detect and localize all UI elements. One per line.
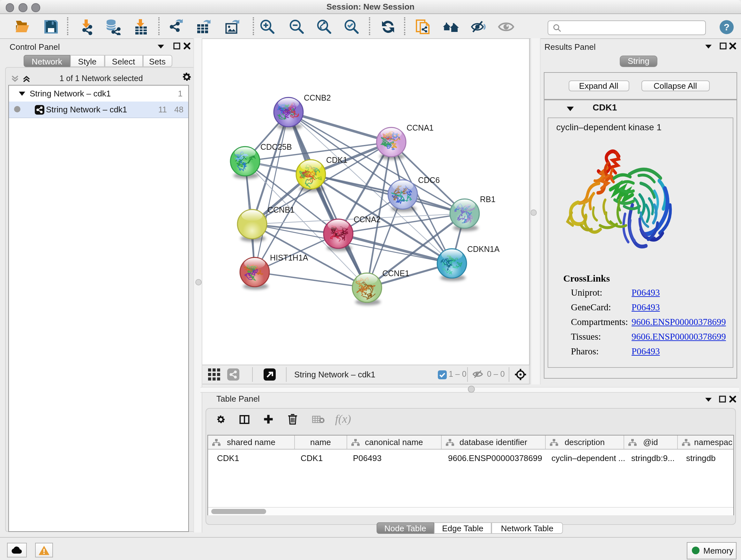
svg-text:CCNA2: CCNA2 xyxy=(354,215,381,224)
svg-text:CDC25B: CDC25B xyxy=(260,142,292,151)
svg-text:?: ? xyxy=(724,22,730,32)
svg-text:CCNE1: CCNE1 xyxy=(382,269,409,278)
svg-text:CDC6: CDC6 xyxy=(418,176,440,185)
svg-text:HIST1H1A: HIST1H1A xyxy=(270,253,308,262)
svg-text:CCNB1: CCNB1 xyxy=(267,205,294,214)
svg-text:CDKN1A: CDKN1A xyxy=(467,245,500,253)
svg-text:CCNA1: CCNA1 xyxy=(407,123,434,132)
svg-text:CDK1: CDK1 xyxy=(326,155,347,165)
svg-text:RB1: RB1 xyxy=(480,195,495,204)
svg-text:CCNB2: CCNB2 xyxy=(304,93,331,102)
